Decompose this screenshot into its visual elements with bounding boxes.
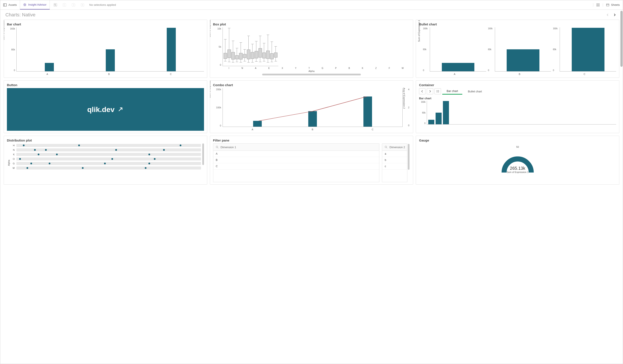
box-item-T[interactable]: [247, 27, 250, 66]
dist-point[interactable]: [78, 145, 80, 146]
dist-row-G[interactable]: G: [11, 162, 201, 165]
container-bar-C[interactable]: [443, 101, 449, 124]
box-plot-title: Box plot: [213, 22, 410, 26]
card-filter-pane[interactable]: Filter pane Dimension 1 A B C: [210, 136, 413, 185]
container-prev-tab[interactable]: [419, 88, 425, 94]
filter-item[interactable]: b: [382, 157, 407, 163]
qlik-dev-button[interactable]: qlik.dev: [7, 88, 204, 131]
dist-point[interactable]: [163, 149, 165, 151]
next-sheet-button[interactable]: [612, 12, 618, 18]
container-bar-A[interactable]: [428, 120, 434, 124]
bookmarks-button[interactable]: [593, 3, 603, 7]
page-v-scrollbar[interactable]: [621, 11, 623, 67]
card-combo-chart[interactable]: Combo chart Sum of Expression 1 200k 100…: [210, 80, 413, 133]
container-tab-list-button[interactable]: [435, 88, 441, 94]
dist-point[interactable]: [19, 158, 21, 160]
prev-sheet-button[interactable]: [605, 12, 611, 18]
box-h-scrollbar[interactable]: [262, 74, 361, 75]
dist-y-axis-label: Alpha: [7, 143, 11, 182]
box-item-P[interactable]: [255, 27, 258, 66]
svg-rect-16: [606, 4, 609, 6]
dist-point[interactable]: [82, 167, 84, 169]
card-container[interactable]: Container Bar chart Bullet chart Bar cha…: [416, 80, 619, 133]
dist-row-K[interactable]: K: [11, 152, 201, 156]
svg-point-3: [23, 3, 26, 6]
bullet-bar-C[interactable]: [572, 28, 604, 71]
step-back-button[interactable]: [61, 2, 68, 8]
card-bar-chart[interactable]: Bar chart Sum of Expression 1 160k 80k 0: [4, 20, 207, 78]
sheets-button[interactable]: Sheets: [603, 3, 623, 7]
list-icon: [436, 90, 440, 93]
dist-row-H[interactable]: H: [11, 143, 201, 147]
gauge-title: Gauge: [419, 138, 616, 142]
filter-head-2[interactable]: Dimension 2: [382, 144, 407, 151]
filter-item[interactable]: C: [213, 163, 379, 170]
dist-point[interactable]: [148, 153, 150, 155]
dist-point[interactable]: [56, 153, 58, 155]
dist-point[interactable]: [104, 163, 106, 164]
step-forward-button[interactable]: [70, 2, 77, 8]
bullet-chart-title: Bullet chart: [419, 22, 616, 26]
bullet-bar-A[interactable]: [442, 63, 475, 71]
bullet-C: 160k80k0 C: [553, 27, 616, 75]
combo-bar-B[interactable]: [308, 111, 317, 127]
filter-v-scrollbar[interactable]: [408, 144, 409, 170]
box-item-E[interactable]: [235, 27, 239, 66]
dist-point[interactable]: [115, 149, 117, 151]
box-item-B[interactable]: [259, 27, 262, 66]
dist-point[interactable]: [148, 163, 150, 164]
filter-item[interactable]: c: [382, 163, 407, 170]
box-item-W[interactable]: [274, 27, 277, 66]
clear-selections-button[interactable]: [79, 2, 86, 8]
card-box-plot[interactable]: Box plot Sum of Expression 1 10k 5k 0 IN…: [210, 20, 413, 78]
card-distribution-plot[interactable]: Distribution plot Alpha HNKOGM: [4, 136, 207, 185]
filter-item[interactable]: B: [213, 157, 379, 163]
card-gauge[interactable]: Gauge 50 265.13k Sum of Expression 1: [416, 136, 619, 185]
container-y-axis: 160k 80k 0: [419, 101, 427, 125]
combo-bar-A[interactable]: [253, 121, 262, 127]
dist-point[interactable]: [145, 167, 147, 169]
combo-bar-C[interactable]: [363, 96, 372, 127]
box-item-A[interactable]: [231, 27, 235, 66]
dist-point[interactable]: [38, 153, 39, 155]
box-item-G[interactable]: [251, 27, 254, 66]
dist-point[interactable]: [180, 145, 181, 146]
box-item-X[interactable]: [239, 27, 243, 66]
smart-search-button[interactable]: [52, 2, 59, 8]
container-next-tab[interactable]: [427, 88, 433, 94]
bullet-bar-B[interactable]: [507, 49, 539, 71]
box-item-F[interactable]: [270, 27, 274, 66]
dist-row-N[interactable]: N: [11, 148, 201, 152]
card-bullet-chart[interactable]: Bullet chart Sum of Expression 1 160k80k…: [416, 20, 619, 78]
box-item-K[interactable]: [262, 27, 266, 66]
bar-B[interactable]: [106, 49, 115, 71]
container-bar-B[interactable]: [436, 113, 442, 125]
search-selection-icon: [54, 3, 57, 7]
container-tab-bullet[interactable]: Bullet chart: [464, 88, 486, 94]
dist-row-O[interactable]: O: [11, 157, 201, 161]
box-item-Z[interactable]: [266, 27, 270, 66]
filter-item[interactable]: A: [213, 151, 379, 157]
dist-point[interactable]: [30, 163, 32, 164]
dist-row-M[interactable]: M: [11, 166, 201, 170]
svg-point-20: [436, 92, 437, 92]
box-item-I[interactable]: [223, 27, 227, 66]
dist-point[interactable]: [45, 149, 47, 151]
filter-item[interactable]: a: [382, 151, 407, 157]
assets-button[interactable]: Assets: [0, 0, 20, 9]
filter-col-1: Dimension 1 A B C: [213, 143, 379, 182]
box-item-N[interactable]: [227, 27, 231, 66]
container-tab-bar[interactable]: Bar chart: [442, 88, 462, 95]
insight-advisor-button[interactable]: Insight Advisor: [20, 0, 50, 9]
box-item-Y[interactable]: [243, 27, 246, 66]
dist-point[interactable]: [34, 149, 36, 151]
dist-point[interactable]: [111, 158, 113, 160]
dist-point[interactable]: [154, 158, 156, 160]
bar-A[interactable]: [45, 63, 54, 71]
bar-C[interactable]: [167, 28, 176, 71]
dist-point[interactable]: [49, 163, 50, 164]
dist-point[interactable]: [23, 145, 24, 146]
filter-head-1[interactable]: Dimension 1: [213, 144, 379, 151]
dist-point[interactable]: [26, 167, 28, 169]
dist-v-scrollbar[interactable]: [202, 143, 204, 165]
